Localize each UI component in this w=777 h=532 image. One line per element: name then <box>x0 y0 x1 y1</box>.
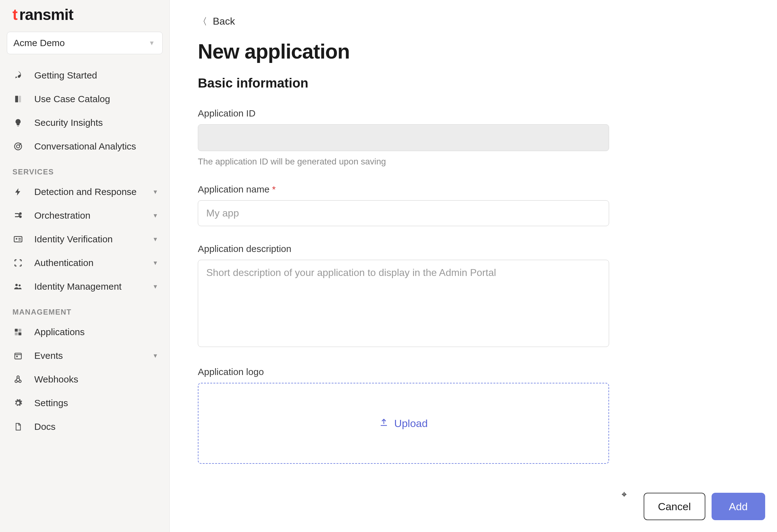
sidebar-item-security-insights[interactable]: Security Insights <box>0 111 170 135</box>
catalog-icon <box>12 94 24 105</box>
application-id-helper: The application ID will be generated upo… <box>198 157 609 167</box>
svg-rect-14 <box>15 353 21 359</box>
sidebar-item-label: Settings <box>34 398 68 408</box>
svg-rect-6 <box>14 236 22 242</box>
cancel-button[interactable]: Cancel <box>644 493 705 520</box>
application-logo-upload[interactable]: Upload <box>198 383 609 464</box>
sidebar-item-label: Docs <box>34 421 56 432</box>
sidebar-item-applications[interactable]: Applications <box>0 320 170 344</box>
svg-rect-0 <box>15 96 18 103</box>
section-title: Basic information <box>198 76 749 91</box>
sidebar-item-detection-response[interactable]: Detection and Response ▾ <box>0 180 170 204</box>
sidebar-item-label: Detection and Response <box>34 186 137 197</box>
calendar-icon <box>12 350 24 361</box>
sidebar-item-use-case-catalog[interactable]: Use Case Catalog <box>0 87 170 111</box>
svg-rect-1 <box>19 96 21 103</box>
auth-frame-icon <box>12 257 24 268</box>
sidebar-item-label: Authentication <box>34 258 94 268</box>
footer-actions: Cancel Add <box>644 493 765 520</box>
field-application-id: Application ID The application ID will b… <box>198 108 609 167</box>
application-logo-label: Application logo <box>198 367 609 377</box>
sidebar-item-label: Use Case Catalog <box>34 94 110 104</box>
svg-rect-15 <box>16 356 18 357</box>
sidebar-item-docs[interactable]: Docs <box>0 415 170 438</box>
sidebar-item-label: Getting Started <box>34 70 97 81</box>
tenant-selected-label: Acme Demo <box>13 38 65 48</box>
sidebar-item-identity-verification[interactable]: Identity Verification ▾ <box>0 227 170 251</box>
svg-point-5 <box>20 216 21 218</box>
field-application-logo: Application logo Upload <box>198 367 609 464</box>
svg-rect-10 <box>15 329 18 332</box>
chevron-down-icon: ▾ <box>153 282 157 291</box>
back-label: Back <box>213 16 235 27</box>
sidebar-item-label: Identity Verification <box>34 234 113 245</box>
apps-icon <box>12 326 24 338</box>
sidebar-item-label: Orchestration <box>34 210 90 221</box>
upload-icon <box>379 417 388 429</box>
application-description-input[interactable] <box>198 260 609 347</box>
svg-rect-13 <box>18 332 21 335</box>
back-button[interactable]: 〈 Back <box>198 16 235 27</box>
chevron-down-icon: ▾ <box>153 352 157 360</box>
chevron-left-icon: 〈 <box>198 17 207 26</box>
brand-accent: t <box>12 6 17 24</box>
svg-point-3 <box>16 145 20 148</box>
application-name-input[interactable] <box>198 200 609 226</box>
id-card-icon <box>12 234 24 245</box>
sidebar-item-orchestration[interactable]: Orchestration ▾ <box>0 204 170 227</box>
sidebar-section-management: MANAGEMENT <box>0 298 170 320</box>
field-application-description: Application description <box>198 244 609 349</box>
svg-point-9 <box>19 284 21 286</box>
sidebar-item-conversational-analytics[interactable]: Conversational Analytics <box>0 135 170 158</box>
sidebar-item-authentication[interactable]: Authentication ▾ <box>0 251 170 275</box>
cursor-icon: ⌖ <box>622 489 627 500</box>
sidebar: transmit Acme Demo ▼ Getting Started Use… <box>0 0 170 532</box>
chevron-down-icon: ▾ <box>153 188 157 196</box>
field-application-name: Application name * <box>198 184 609 226</box>
upload-label: Upload <box>394 417 428 429</box>
application-id-label: Application ID <box>198 108 609 119</box>
sidebar-section-services: SERVICES <box>0 158 170 180</box>
lightbulb-icon <box>12 117 24 128</box>
flow-icon <box>12 210 24 221</box>
sidebar-item-webhooks[interactable]: Webhooks <box>0 368 170 391</box>
rocket-icon <box>12 70 24 81</box>
svg-point-7 <box>16 238 17 240</box>
svg-rect-12 <box>15 332 18 335</box>
document-icon <box>12 421 24 432</box>
add-button[interactable]: Add <box>711 493 766 520</box>
sidebar-item-label: Events <box>34 351 63 361</box>
application-id-input <box>198 124 609 151</box>
sidebar-item-getting-started[interactable]: Getting Started <box>0 63 170 87</box>
target-icon <box>12 141 24 152</box>
sidebar-item-events[interactable]: Events ▾ <box>0 344 170 368</box>
sidebar-item-label: Security Insights <box>34 117 103 128</box>
tenant-selector[interactable]: Acme Demo ▼ <box>7 32 162 54</box>
chevron-down-icon: ▾ <box>153 235 157 243</box>
required-indicator: * <box>272 184 276 195</box>
brand-logo: transmit <box>0 2 170 32</box>
sidebar-item-label: Webhooks <box>34 374 78 385</box>
svg-point-4 <box>20 213 21 214</box>
brand-name: ransmit <box>19 6 74 24</box>
page-title: New application <box>198 39 749 63</box>
chevron-down-icon: ▾ <box>153 212 157 220</box>
sidebar-item-label: Conversational Analytics <box>34 141 136 152</box>
application-description-label: Application description <box>198 244 609 254</box>
chevron-down-icon: ▼ <box>148 39 155 47</box>
sidebar-item-settings[interactable]: Settings <box>0 391 170 415</box>
svg-rect-11 <box>18 329 21 332</box>
svg-point-8 <box>15 284 18 286</box>
bolt-icon <box>12 186 24 197</box>
application-name-label: Application name <box>198 184 269 195</box>
gear-icon <box>12 397 24 409</box>
sidebar-item-label: Applications <box>34 327 85 337</box>
chevron-down-icon: ▾ <box>153 259 157 267</box>
webhook-icon <box>12 374 24 385</box>
users-icon <box>12 281 24 292</box>
main-content: 〈 Back New application Basic information… <box>170 0 777 532</box>
sidebar-item-identity-management[interactable]: Identity Management ▾ <box>0 275 170 298</box>
sidebar-item-label: Identity Management <box>34 281 121 292</box>
